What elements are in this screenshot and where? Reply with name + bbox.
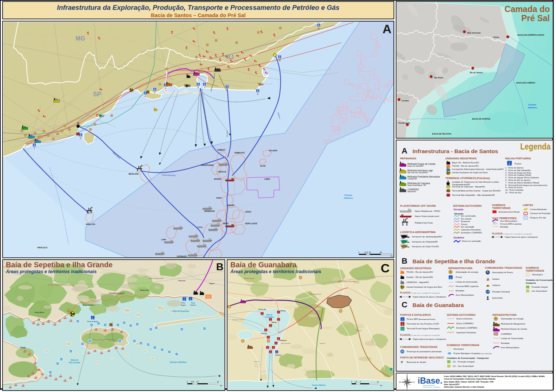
svg-text:1: 1 — [34, 147, 35, 150]
svg-text:E: E — [414, 381, 415, 383]
svg-text:⚓: ⚓ — [272, 346, 275, 349]
svg-text:BACIA DE SANTOS: BACIA DE SANTOS — [472, 118, 490, 120]
svg-text:BACIA DO ESPÍRITO SANTO: BACIA DO ESPÍRITO SANTO — [517, 34, 544, 36]
svg-text:⚓: ⚓ — [269, 324, 272, 327]
svg-text:15: 15 — [217, 381, 219, 383]
svg-text:APA Guapimirim: APA Guapimirim — [309, 293, 321, 295]
svg-text:Estaleiros: Estaleiros — [275, 354, 281, 356]
svg-text:B: B — [216, 261, 223, 272]
svg-text:12,5: 12,5 — [364, 251, 368, 253]
svg-text:Curitiba: Curitiba — [402, 100, 409, 102]
svg-text:⚓: ⚓ — [269, 318, 272, 321]
svg-text:LIBRA: LIBRA — [264, 178, 270, 180]
svg-text:Porto: Porto — [191, 302, 195, 304]
svg-text:Pré Sal: Pré Sal — [521, 13, 550, 23]
svg-text:BERBIGÃO: BERBIGÃO — [204, 210, 215, 212]
svg-text:Florianópolis: Florianópolis — [398, 122, 410, 124]
svg-text:SEPIA: SEPIA — [223, 222, 229, 225]
svg-text:2: 2 — [80, 137, 81, 139]
svg-text:São Gonçalo: São Gonçalo — [281, 342, 291, 344]
svg-text:3,75: 3,75 — [191, 381, 194, 383]
svg-text:Porto de Angra: Porto de Angra — [87, 321, 99, 322]
svg-text:TUP Gas Nat: TUP Gas Nat — [258, 309, 267, 310]
svg-text:Mangaratiba: Mangaratiba — [140, 289, 149, 291]
svg-text:⚓: ⚓ — [400, 322, 404, 326]
svg-text:Itacuruçá: Itacuruçá — [179, 280, 185, 282]
svg-text:PIRACUCÁ: PIRACUCÁ — [37, 247, 47, 249]
svg-text:A: A — [383, 22, 392, 36]
svg-text:N: N — [406, 374, 407, 376]
svg-text:3: 3 — [145, 95, 146, 97]
svg-text:Duque de Caxias: Duque de Caxias — [233, 319, 245, 321]
svg-text:km: km — [220, 385, 222, 387]
svg-text:MG: MG — [76, 35, 85, 42]
svg-text:Parque Estadual da Ilha Grande: Parque Estadual da Ilha Grande — [93, 339, 116, 341]
svg-text:10: 10 — [377, 381, 379, 383]
svg-text:9: 9 — [257, 93, 258, 95]
svg-text:11: 11 — [318, 27, 320, 30]
svg-text:TUP Ilha: TUP Ilha — [280, 310, 286, 312]
svg-text:Atlântico: Atlântico — [527, 106, 537, 109]
svg-text:Baía de Sepetiba: Baía de Sepetiba — [173, 310, 189, 312]
svg-text:7: 7 — [204, 86, 205, 89]
svg-text:TAMBAÚ: TAMBAÚ — [217, 149, 225, 151]
svg-text:Paraty: Paraty — [20, 347, 26, 349]
svg-text:MEXILHÃO: MEXILHÃO — [129, 173, 138, 175]
svg-text:⚓: ⚓ — [275, 342, 278, 345]
svg-text:4: 4 — [154, 92, 156, 94]
svg-text:⚓: ⚓ — [400, 327, 404, 331]
svg-text:ITAPU: ITAPU — [216, 197, 222, 199]
svg-text:10: 10 — [279, 59, 281, 61]
svg-text:Tanguá: Tanguá — [356, 330, 362, 331]
svg-text:⚓: ⚓ — [277, 311, 280, 314]
svg-text:25: 25 — [369, 251, 371, 253]
svg-text:S: S — [495, 317, 497, 320]
svg-text:PIRAPITANGA: PIRAPITANGA — [201, 164, 214, 166]
svg-text:Áreas protegidas e territórios: Áreas protegidas e territórios tradicion… — [5, 269, 97, 274]
svg-text:⚓: ⚓ — [264, 329, 268, 332]
svg-text:⚓: ⚓ — [183, 297, 187, 301]
svg-text:Rio de Janeiro: Rio de Janeiro — [470, 71, 483, 74]
svg-text:Baía de: Baía de — [267, 314, 273, 316]
svg-text:Porto: Porto — [181, 302, 185, 304]
svg-text:Oceano Atlântico: Oceano Atlântico — [312, 384, 326, 386]
svg-text:Itaboraí: Itaboraí — [319, 342, 325, 344]
svg-text:Camada do: Camada do — [505, 4, 550, 14]
svg-text:⚓: ⚓ — [269, 350, 272, 354]
svg-text:⚓: ⚓ — [507, 161, 512, 166]
svg-text:Belo Horizonte: Belo Horizonte — [467, 32, 481, 34]
svg-text:TAMBUATÁ: TAMBUATÁ — [234, 152, 245, 154]
svg-text:APA Petrópolis: APA Petrópolis — [244, 277, 255, 279]
svg-text:APA de Mangaratiba: APA de Mangaratiba — [149, 277, 164, 279]
svg-text:MRS: MRS — [493, 222, 496, 224]
svg-text:W: W — [399, 381, 401, 383]
svg-text:BACIA DE CAMPOS: BACIA DE CAMPOS — [516, 82, 535, 84]
svg-text:km: km — [380, 385, 382, 387]
svg-text:S: S — [450, 271, 452, 273]
svg-text:ATLANTA: ATLANTA — [269, 150, 277, 152]
svg-text:SEPIA LESTE: SEPIA LESTE — [245, 222, 257, 225]
svg-text:Vitória: Vitória — [493, 36, 499, 38]
svg-text:TUP Rio: TUP Rio — [272, 322, 277, 323]
svg-text:Atlântico: Atlântico — [343, 197, 353, 199]
svg-text:Oceano: Oceano — [344, 194, 352, 196]
svg-text:⚓: ⚓ — [400, 318, 404, 322]
svg-text:Sudeste: Sudeste — [190, 304, 196, 306]
svg-text:LULA: LULA — [198, 226, 203, 228]
svg-text:8: 8 — [227, 89, 228, 91]
svg-text:Guanabara: Guanabara — [265, 316, 274, 318]
svg-text:URUGUÁ: URUGUÁ — [218, 171, 226, 173]
svg-text:0: 0 — [358, 251, 360, 253]
svg-text:TUP Niterói: TUP Niterói — [279, 340, 287, 341]
svg-text:⚓: ⚓ — [390, 368, 393, 371]
svg-text:6: 6 — [198, 86, 199, 89]
svg-text:C: C — [381, 261, 390, 275]
svg-text:7,5: 7,5 — [196, 381, 199, 383]
svg-text:SP: SP — [93, 91, 101, 97]
svg-text:S: S — [406, 389, 407, 391]
svg-text:Baía de Guanabara: Baía de Guanabara — [230, 261, 297, 269]
svg-text:⚓: ⚓ — [91, 316, 95, 320]
svg-text:⚓: ⚓ — [261, 312, 264, 315]
svg-text:⚓: ⚓ — [267, 336, 270, 339]
svg-text:5: 5 — [165, 87, 166, 89]
